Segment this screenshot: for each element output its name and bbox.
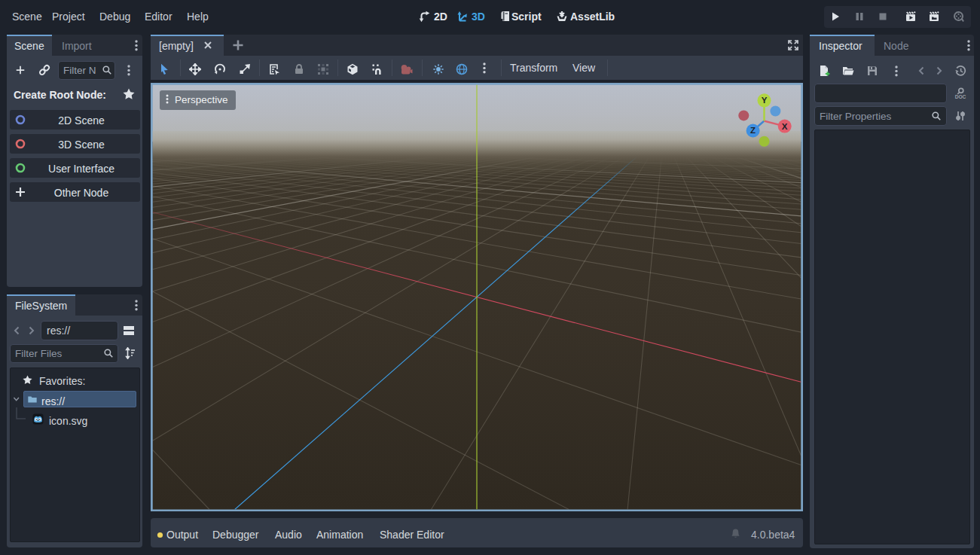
svg-text:Y: Y (762, 96, 768, 105)
svg-text:Z: Z (750, 126, 756, 135)
svg-text:DOC: DOC (955, 94, 966, 99)
svg-text:X: X (782, 122, 788, 131)
